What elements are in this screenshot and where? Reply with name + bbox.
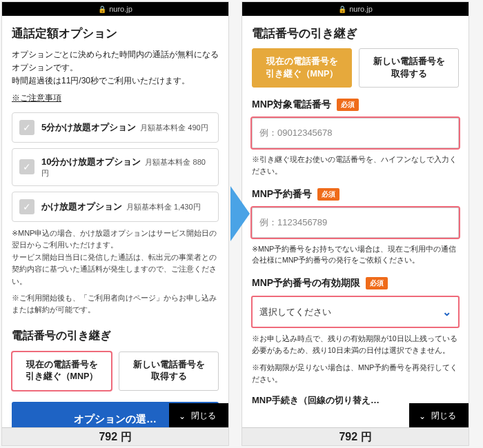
close-bar[interactable]: ⌄ 閉じる xyxy=(409,403,469,429)
fine-print-2: ※ご利用開始後も、「ご利用者向けページ」からお申し込みまたは解約が可能です。 xyxy=(12,292,219,316)
checkbox-icon[interactable]: ✓ xyxy=(19,120,34,135)
label-text: MNP対象電話番号 xyxy=(252,99,331,111)
chevron-down-icon: ⌄ xyxy=(442,305,451,318)
url-text: nuro.jp xyxy=(109,5,132,13)
field-label-mnp-expiry: MNP予約番号の有効期限 必須 xyxy=(252,277,459,289)
checkbox-icon[interactable]: ✓ xyxy=(19,159,34,174)
close-label: 閉じる xyxy=(191,410,216,422)
option-10min[interactable]: ✓ 10分かけ放題オプション月額基本料金 880円 xyxy=(12,148,219,186)
url-bar: 🔒 nuro.jp xyxy=(242,2,469,16)
option-title: 10分かけ放題オプション xyxy=(41,156,141,167)
mnp-phone-input[interactable]: 例：09012345678 xyxy=(252,118,459,148)
helper-text: ※引き継ぐ現在お使いの電話番号を、ハイフンなしで入力ください。 xyxy=(252,154,459,177)
lock-icon: 🔒 xyxy=(98,6,106,13)
select-value: 選択してください xyxy=(259,306,331,318)
url-text: nuro.jp xyxy=(349,5,373,13)
chevron-down-icon: ⌄ xyxy=(419,411,426,421)
label-text: MNP予約番号 xyxy=(252,188,312,201)
option-5min[interactable]: ✓ 5分かけ放題オプション月額基本料金 490円 xyxy=(12,112,219,143)
tab-keep-number[interactable]: 現在の電話番号を 引き継ぐ（MNP） xyxy=(252,48,352,88)
required-badge: 必須 xyxy=(337,99,359,111)
required-badge: 必須 xyxy=(366,277,388,289)
option-unlimited[interactable]: ✓ かけ放題オプション月額基本料金 1,430円 xyxy=(12,192,219,222)
section-title-phone: 電話番号の引き継ぎ xyxy=(12,329,219,343)
price-bar: 792 円 xyxy=(2,427,228,445)
fine-print: ※MNP申込の場合、かけ放題オプションはサービス開始日の翌日からご利用いただけま… xyxy=(12,227,219,316)
url-bar: 🔒 nuro.jp xyxy=(2,2,228,16)
option-title: 5分かけ放題オプション xyxy=(41,122,136,132)
phone-left: 🔒 nuro.jp 通話定額オプション オプションごとに決められた時間内の通話が… xyxy=(1,1,229,446)
page-title: 電話番号の引き継ぎ xyxy=(252,26,459,41)
tab-new-number[interactable]: 新しい電話番号を 取得する xyxy=(359,48,459,88)
helper-text: ※有効期限が足りない場合は、MNP予約番号を再発行してください。 xyxy=(252,362,459,385)
tab-new-number[interactable]: 新しい電話番号を 取得する xyxy=(119,352,219,391)
mnp-expiry-select[interactable]: 選択してください ⌄ xyxy=(252,296,459,327)
close-bar[interactable]: ⌄ 閉じる xyxy=(169,403,228,429)
field-label-mnp-reserve: MNP予約番号 必須 xyxy=(252,188,459,201)
fine-print-1: ※MNP申込の場合、かけ放題オプションはサービス開始日の翌日からご利用いただけま… xyxy=(12,227,219,288)
chevron-down-icon: ⌄ xyxy=(179,411,186,421)
checkbox-icon[interactable]: ✓ xyxy=(19,199,34,214)
tab-keep-number[interactable]: 現在の電話番号を 引き継ぐ（MNP） xyxy=(12,352,112,391)
phone-right: 🔒 nuro.jp 電話番号の引き継ぎ 現在の電話番号を 引き継ぐ（MNP） 新… xyxy=(241,1,469,446)
helper-text: ※MNP予約番号をお持ちでない場合は、現在ご利用中の通信会社様にMNP予約番号の… xyxy=(252,243,459,267)
option-title: かけ放題オプション xyxy=(41,201,122,212)
option-desc: オプションごとに決められた時間内の通話が無料になるオプションです。 時間超過後は… xyxy=(12,48,219,88)
field-label-mnp-phone: MNP対象電話番号 必須 xyxy=(252,99,459,111)
option-price: 月額基本料金 1,430円 xyxy=(126,203,201,211)
page-title: 通話定額オプション xyxy=(12,26,219,41)
close-label: 閉じる xyxy=(431,410,456,422)
notes-link[interactable]: ※ご注意事項 xyxy=(12,92,61,104)
helper-text: ※お申し込み時点で、残りの有効期限が10日以上残っている必要があるため、残り10… xyxy=(252,333,459,356)
required-badge: 必須 xyxy=(317,188,339,201)
option-price: 月額基本料金 490円 xyxy=(140,123,208,132)
mnp-reserve-input[interactable]: 例：1123456789 xyxy=(252,207,459,238)
label-text: MNP予約番号の有効期限 xyxy=(252,277,360,289)
lock-icon: 🔒 xyxy=(338,6,346,13)
price-bar: 792 円 xyxy=(242,427,469,445)
